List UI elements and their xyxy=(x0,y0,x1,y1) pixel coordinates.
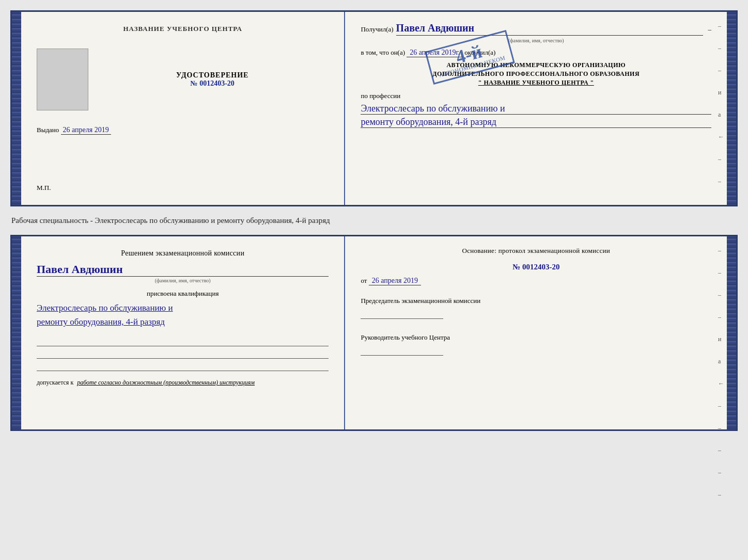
rukovoditel-title: Руководитель учебного Центра xyxy=(361,332,711,343)
blank-line-1 xyxy=(37,336,329,346)
dopuskaetsya-text: работе согласно должностным (производств… xyxy=(77,379,255,386)
top-left-spine xyxy=(12,12,21,205)
top-certificate: НАЗВАНИЕ УЧЕБНОГО ЦЕНТРА УДОСТОВЕРЕНИЕ №… xyxy=(10,10,738,206)
qual-line2: ремонту оборудования, 4-й разряд xyxy=(37,316,329,328)
dopuskaetsya-label: допускается к xyxy=(37,379,73,386)
bottom-recipient-name: Павел Авдюшин xyxy=(37,263,329,277)
top-cert-header: НАЗВАНИЕ УЧЕБНОГО ЦЕНТРА xyxy=(123,25,242,33)
udost-number: № 0012403-20 xyxy=(96,79,329,88)
bottom-left-spine xyxy=(12,236,21,429)
ot-line: от 26 апреля 2019 xyxy=(361,277,711,285)
prof-line2: ремонту оборудования, 4-й разряд xyxy=(361,117,711,128)
fio-hint-text-top: (фамилия, имя, отчество) xyxy=(361,38,711,43)
poluchil-label: Получил(а) xyxy=(361,25,393,34)
poluchil-line: Получил(а) Павел Авдюшин – xyxy=(361,22,711,36)
issued-label: Выдано xyxy=(37,126,59,134)
page-wrapper: НАЗВАНИЕ УЧЕБНОГО ЦЕНТРА УДОСТОВЕРЕНИЕ №… xyxy=(10,10,738,431)
po-professii-label: по профессии xyxy=(361,92,711,100)
photo-placeholder xyxy=(37,49,88,110)
chairman-sig-line xyxy=(361,309,443,319)
prisvoena-label: присвоена квалификация xyxy=(37,290,329,298)
qual-line1: Электрослесарь по обслуживанию и xyxy=(37,302,329,314)
blank-line-3 xyxy=(37,361,329,371)
bottom-certificate: Решением экзаменационной комиссии Павел … xyxy=(10,235,738,431)
bottom-fio-hint: (фамилия, имя, отчество) xyxy=(37,278,329,283)
chairman-section: Председатель экзаменационной комиссии xyxy=(361,296,711,322)
okonchil-label: окончил(а) xyxy=(464,49,495,56)
komissia-title: Решением экзаменационной комиссии xyxy=(37,249,329,258)
prof-line1: Электрослесарь по обслуживанию и xyxy=(361,103,711,115)
bottom-cert-right-page: Основание: протокол экзаменационной коми… xyxy=(345,236,727,429)
dopuskaetsya-section: допускается к работе согласно должностны… xyxy=(37,379,329,387)
top-right-spine xyxy=(727,12,736,205)
fio-hint-top: (фамилия, имя, отчество) xyxy=(361,38,711,43)
udost-block: УДОСТОВЕРЕНИЕ № 0012403-20 xyxy=(96,71,329,88)
udost-title: УДОСТОВЕРЕНИЕ xyxy=(96,71,329,79)
vtom-date: 26 апреля 2019г. xyxy=(407,49,463,57)
ot-label: от xyxy=(361,277,367,284)
prot-number: № 0012403-20 xyxy=(361,263,711,271)
dash-after-name: – xyxy=(708,25,712,34)
top-cert-right-page: 4-й АВТОНОМНУЮ НЕКОМ Получил(а) Павел Ав… xyxy=(345,12,727,205)
description-text: Рабочая специальность - Электрослесарь п… xyxy=(10,212,738,230)
org-line2: ДОПОЛНИТЕЛЬНОГО ПРОФЕССИОНАЛЬНОГО ОБРАЗО… xyxy=(361,70,711,78)
bottom-right-spine xyxy=(727,236,736,429)
issued-section: Выдано 26 апреля 2019 xyxy=(37,126,329,135)
top-cert-middle: УДОСТОВЕРЕНИЕ № 0012403-20 xyxy=(37,49,329,110)
chairman-title: Председатель экзаменационной комиссии xyxy=(361,296,711,306)
rukovoditel-sig-line xyxy=(361,345,443,356)
mp-label: М.П. xyxy=(37,184,51,192)
bottom-cert-left-page: Решением экзаменационной комиссии Павел … xyxy=(21,236,345,429)
org-line1: АВТОНОМНУЮ НЕКОММЕРЧЕСКУЮ ОРГАНИЗАЦИЮ xyxy=(361,61,711,69)
org-line3: " НАЗВАНИЕ УЧЕБНОГО ЦЕНТРА " xyxy=(361,79,711,87)
recipient-name: Павел Авдюшин xyxy=(396,22,703,36)
osnov-title: Основание: протокол экзаменационной коми… xyxy=(361,247,711,255)
ot-date: 26 апреля 2019 xyxy=(369,277,421,285)
rukovoditel-section: Руководитель учебного Центра xyxy=(361,332,711,359)
blank-line-2 xyxy=(37,348,329,359)
top-cert-left-page: НАЗВАНИЕ УЧЕБНОГО ЦЕНТРА УДОСТОВЕРЕНИЕ №… xyxy=(21,12,345,205)
right-dashes-top: – – – и а ← – – xyxy=(718,22,724,185)
vtom-label: в том, что он(а) xyxy=(361,49,405,56)
vtom-line: в том, что он(а) 26 апреля 2019г. окончи… xyxy=(361,49,711,57)
right-dashes-bottom: – – – – и а ← – – – – – xyxy=(718,247,724,499)
issued-date: 26 апреля 2019 xyxy=(61,126,111,135)
